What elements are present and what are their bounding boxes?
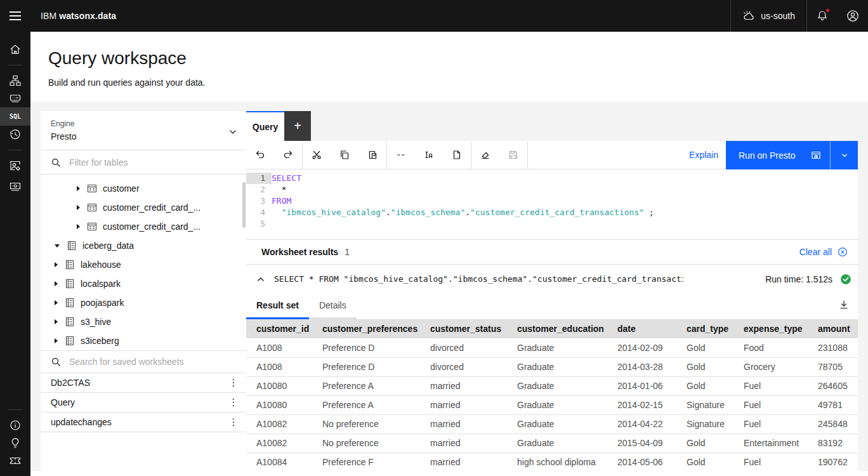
saved-worksheet-db2ctas[interactable]: Db2CTAS⋮ — [41, 373, 246, 393]
chevron-up-icon[interactable] — [256, 275, 265, 284]
redo-button[interactable] — [274, 141, 302, 169]
nav-query-history[interactable] — [0, 126, 30, 143]
chevron-down-icon[interactable] — [228, 128, 237, 136]
table-cell: Preference F — [312, 453, 420, 471]
code-line[interactable]: FROM — [272, 195, 858, 207]
column-header-card_type[interactable]: card_type — [676, 319, 733, 338]
save-icon — [508, 150, 518, 160]
nav-query-workspace[interactable]: SQL — [0, 107, 30, 126]
column-header-customer_status[interactable]: customer_status — [420, 319, 507, 338]
run-on-presto-button[interactable]: Run on Presto — [726, 141, 830, 169]
comment-button[interactable] — [387, 141, 415, 169]
tab-query[interactable]: Query — [246, 111, 284, 141]
text-format-button[interactable] — [415, 141, 443, 169]
table-row[interactable]: A1008Preference DdivorcedGraduate2014-03… — [246, 357, 858, 376]
tree-item-poojaspark[interactable]: poojaspark — [41, 293, 246, 312]
engine-selector[interactable]: Engine Presto — [41, 111, 246, 150]
cut-button[interactable] — [303, 141, 331, 169]
nav-access-control[interactable] — [0, 157, 30, 175]
brand[interactable]: IBM watsonx.data — [41, 0, 116, 32]
nav-billing[interactable] — [0, 178, 30, 195]
column-header-customer_preferences[interactable]: customer_preferences — [312, 319, 420, 338]
code-line[interactable] — [272, 218, 858, 230]
sql-file-icon — [452, 150, 462, 160]
table-row[interactable]: A10082No preferencemarriedGraduate2015-0… — [246, 433, 858, 453]
add-worksheet-tab[interactable]: + — [284, 111, 311, 141]
saved-worksheet-updatechanges[interactable]: updatechanges⋮ — [41, 413, 246, 432]
nav-ideas[interactable] — [0, 434, 30, 452]
caret-right-icon[interactable] — [55, 281, 58, 286]
column-header-expense_type[interactable]: expense_type — [733, 319, 808, 338]
nav-information[interactable] — [0, 416, 30, 434]
run-options-dropdown[interactable] — [830, 141, 858, 169]
editor-code[interactable]: SELECT *FROM "ibmcos_hive_catalog"."ibmc… — [272, 169, 858, 239]
save-button[interactable] — [499, 141, 527, 169]
column-header-amount[interactable]: amount — [808, 319, 858, 338]
undo-button[interactable] — [246, 141, 274, 169]
tree-item-customer-credit-card[interactable]: customer_credit_card_... — [41, 217, 246, 236]
table-cell: A10080 — [246, 395, 312, 414]
table-row[interactable]: A10080Preference AmarriedGraduate2014-01… — [246, 376, 858, 395]
tree-item-localspark[interactable]: localspark — [41, 274, 246, 293]
notifications-button[interactable] — [807, 0, 838, 32]
tree-scrollbar[interactable] — [242, 182, 246, 228]
caret-right-icon[interactable] — [55, 338, 58, 343]
explain-link[interactable]: Explain — [689, 150, 726, 160]
caret-right-icon[interactable] — [77, 205, 80, 210]
code-line[interactable]: SELECT — [272, 173, 858, 184]
copy-button[interactable] — [331, 141, 358, 169]
tree-item-customer[interactable]: customer — [41, 179, 246, 198]
table-cell: Gold — [676, 433, 733, 453]
caret-right-icon[interactable] — [55, 319, 58, 324]
tree-item-label: poojaspark — [81, 298, 124, 308]
column-header-customer_education[interactable]: customer_education — [507, 319, 607, 338]
region-selector[interactable]: us-south — [730, 0, 807, 32]
line-number: 4 — [246, 207, 272, 218]
tree-item-lakehouse[interactable]: lakehouse — [41, 255, 246, 274]
menu-icon[interactable] — [0, 0, 30, 32]
worksheet-results-count: 1 — [345, 247, 350, 257]
column-header-customer_id[interactable]: customer_id — [246, 319, 312, 338]
tab-result-set[interactable]: Result set — [246, 293, 309, 319]
caret-right-icon[interactable] — [77, 186, 80, 191]
caret-right-icon[interactable] — [55, 300, 58, 305]
table-row[interactable]: A10082No preferencemarriedGraduate2014-0… — [246, 414, 858, 433]
erase-button[interactable] — [471, 141, 499, 169]
caret-right-icon[interactable] — [77, 224, 80, 229]
worksheet-search-input[interactable]: Search for saved worksheets — [41, 350, 246, 373]
tree-item-iceberg-data[interactable]: iceberg_data — [41, 236, 246, 255]
account-button[interactable] — [838, 0, 868, 32]
caret-right-icon[interactable] — [55, 262, 58, 267]
overflow-menu-icon[interactable]: ⋮ — [227, 397, 240, 408]
tree-item-s3-hive[interactable]: s3_hive — [41, 312, 246, 331]
clear-all-button[interactable]: Clear all — [799, 247, 848, 257]
saved-worksheet-query[interactable]: Query⋮ — [41, 393, 246, 413]
column-header-date[interactable]: date — [607, 319, 676, 338]
table-row[interactable]: A10084Preference Fmarriedhigh school dip… — [246, 453, 858, 471]
nav-data-manager[interactable] — [0, 89, 30, 107]
overflow-menu-icon[interactable]: ⋮ — [227, 416, 240, 428]
overflow-menu-icon[interactable]: ⋮ — [227, 377, 240, 388]
table-row[interactable]: A10080Preference AmarriedGraduate2014-02… — [246, 395, 858, 414]
tree-item-s3iceberg[interactable]: s3iceberg — [41, 331, 246, 350]
caret-down-icon[interactable] — [55, 244, 60, 248]
paste-button[interactable] — [358, 141, 386, 169]
tree-item-customer-credit-card[interactable]: customer_credit_card_... — [41, 198, 246, 217]
sql-file-button[interactable] — [443, 141, 471, 169]
code-line[interactable]: * — [272, 184, 858, 195]
filter-tables-input[interactable]: Filter for tables — [41, 150, 246, 175]
code-line[interactable]: "ibmcos_hive_catalog"."ibmcos_schema"."c… — [272, 207, 858, 218]
catalog-icon — [65, 298, 75, 308]
table-cell: 2014-03-28 — [607, 357, 676, 376]
sql-editor[interactable]: 12345 SELECT *FROM "ibmcos_hive_catalog"… — [246, 169, 858, 239]
nav-events[interactable] — [0, 452, 30, 470]
tab-details[interactable]: Details — [309, 293, 357, 319]
download-results-button[interactable] — [839, 300, 849, 310]
result-item-row[interactable]: SELECT * FROM "ibmcos_hive_catalog"."ibm… — [246, 265, 858, 293]
table-row[interactable]: A1008Preference DdivorcedGraduate2014-02… — [246, 338, 858, 357]
tree-item-label: s3_hive — [81, 317, 111, 327]
worksheet-results-header: Worksheet results 1 Clear all — [246, 239, 858, 265]
nav-home[interactable] — [0, 41, 30, 58]
nav-infrastructure[interactable] — [0, 72, 30, 89]
editor-gutter: 12345 — [246, 169, 272, 239]
